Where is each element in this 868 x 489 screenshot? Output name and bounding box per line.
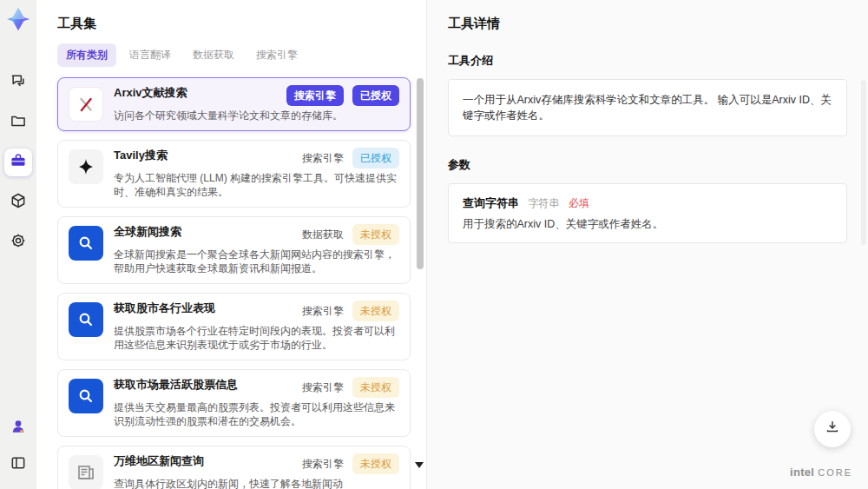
- tool-badges: 搜索引擎 未授权: [295, 453, 399, 474]
- scroll-down-arrow-icon[interactable]: [415, 462, 424, 468]
- params-heading: 参数: [448, 157, 847, 173]
- list-scrollbar-thumb[interactable]: [417, 78, 424, 269]
- tool-detail-panel: 工具详情 工具介绍 一个用于从Arxiv存储库搜索科学论文和文章的工具。 输入可…: [427, 0, 868, 489]
- tool-card-body: Tavily搜索 搜索引擎 已授权 专为人工智能代理 (LLM) 构建的搜索引擎…: [114, 148, 399, 200]
- tool-badges: 数据获取 未授权: [295, 224, 399, 245]
- tool-list: Arxiv文献搜索 搜索引擎 已授权 访问各个研究领域大量科学论文和文章的存储库…: [57, 77, 426, 489]
- parameter-description: 用于搜索的Arxiv ID、关键字或作者姓名。: [463, 217, 832, 232]
- tool-category-badge: 搜索引擎: [302, 377, 344, 398]
- parameter-name: 查询字符串: [463, 196, 519, 209]
- sidebar-item-toolbox[interactable]: [4, 149, 32, 176]
- sidebar: [0, 0, 36, 489]
- tool-category-badge: 数据获取: [302, 224, 344, 245]
- panel-toggle-icon: [10, 454, 27, 475]
- tab-search-engine[interactable]: 搜索引擎: [247, 43, 306, 67]
- intel-core-logo: intel core: [790, 466, 852, 479]
- sidebar-item-chat[interactable]: [4, 69, 32, 96]
- blue-search-icon: [69, 302, 103, 337]
- tool-category-badge: 搜索引擎: [302, 301, 344, 321]
- tool-badges: 搜索引擎 未授权: [295, 301, 399, 321]
- tool-category-badge: 搜索引擎: [302, 453, 344, 474]
- sidebar-item-settings[interactable]: [4, 228, 32, 256]
- settings-gear-icon: [10, 232, 27, 253]
- tool-description: 访问各个研究领域大量科学论文和文章的存储库。: [114, 109, 399, 123]
- arxiv-logo-icon: [69, 87, 103, 122]
- tool-card[interactable]: Tavily搜索 搜索引擎 已授权 专为人工智能代理 (LLM) 构建的搜索引擎…: [57, 140, 411, 208]
- chat-icon: [10, 72, 27, 93]
- tool-badges: 搜索引擎 已授权: [279, 85, 399, 106]
- tool-card[interactable]: 获取股市各行业表现 搜索引擎 未授权 提供股票市场各个行业在特定时间段内的表现。…: [57, 293, 411, 360]
- brand-intel-text: intel: [790, 466, 814, 479]
- page-title: 工具集: [57, 16, 426, 32]
- tool-name: Arxiv文献搜索: [114, 85, 187, 100]
- parameter-type: 字符串: [528, 197, 559, 209]
- blue-search-icon: [69, 379, 103, 413]
- blue-search-icon: [69, 226, 103, 261]
- tool-card-body: Arxiv文献搜索 搜索引擎 已授权 访问各个研究领域大量科学论文和文章的存储库…: [114, 85, 399, 123]
- sidebar-nav: [4, 69, 32, 256]
- tool-card-body: 全球新闻搜索 数据获取 未授权 全球新闻搜索是一个聚合全球各大新闻网站内容的搜索…: [114, 224, 399, 276]
- tool-category-badge: 搜索引擎: [302, 148, 344, 169]
- tool-description: 提供当天交易量最高的股票列表。投资者可以利用这些信息来识别流动性强的股票和潜在的…: [114, 400, 399, 429]
- download-icon: [824, 419, 841, 439]
- tool-card-head: Arxiv文献搜索 搜索引擎 已授权: [114, 85, 399, 106]
- intro-heading: 工具介绍: [448, 53, 847, 69]
- sidebar-item-files[interactable]: [4, 109, 32, 136]
- tool-card-head: 获取市场最活跃股票信息 搜索引擎 未授权: [114, 377, 399, 398]
- tool-card-head: 获取股市各行业表现 搜索引擎 未授权: [114, 301, 399, 321]
- toolbox-icon: [10, 152, 27, 173]
- tool-name: 获取市场最活跃股票信息: [114, 377, 238, 392]
- tool-card-body: 万维地区新闻查询 搜索引擎 未授权 查询具体行政区划内的新闻，快速了解各地新闻动: [114, 453, 399, 489]
- tool-status-badge: 已授权: [352, 85, 399, 106]
- tool-status-badge: 已授权: [352, 148, 399, 169]
- tool-card-head: 全球新闻搜索 数据获取 未授权: [114, 224, 399, 245]
- parameter-header: 查询字符串 字符串 必填: [463, 195, 832, 211]
- tool-card-body: 获取市场最活跃股票信息 搜索引擎 未授权 提供当天交易量最高的股票列表。投资者可…: [114, 377, 399, 429]
- tool-status-badge: 未授权: [352, 301, 399, 321]
- tool-badges: 搜索引擎 已授权: [295, 148, 399, 169]
- tool-status-badge: 未授权: [352, 377, 399, 398]
- tab-all-categories[interactable]: 所有类别: [57, 43, 116, 67]
- tool-name: 万维地区新闻查询: [114, 453, 204, 468]
- tool-status-badge: 未授权: [352, 224, 399, 245]
- sidebar-item-packages[interactable]: [4, 188, 32, 216]
- app-logo-icon: [5, 6, 31, 32]
- tab-language-translation[interactable]: 语言翻译: [121, 43, 180, 67]
- avatar-icon: [10, 418, 27, 439]
- tool-card-head: Tavily搜索 搜索引擎 已授权: [114, 148, 399, 169]
- tool-category-badge: 搜索引擎: [286, 85, 344, 106]
- sidebar-item-account[interactable]: [4, 414, 32, 442]
- tool-name: 获取股市各行业表现: [114, 301, 215, 315]
- folder-icon: [10, 112, 27, 133]
- tool-card[interactable]: Arxiv文献搜索 搜索引擎 已授权 访问各个研究领域大量科学论文和文章的存储库…: [57, 77, 411, 131]
- sidebar-bottom: [4, 414, 32, 479]
- detail-title: 工具详情: [448, 16, 847, 32]
- intro-text-box: 一个用于从Arxiv存储库搜索科学论文和文章的工具。 输入可以是Arxiv ID…: [448, 79, 847, 136]
- sidebar-item-collapse[interactable]: [4, 451, 32, 479]
- tool-description: 查询具体行政区划内的新闻，快速了解各地新闻动: [114, 477, 399, 489]
- brand-core-text: core: [818, 467, 852, 478]
- tool-description: 专为人工智能代理 (LLM) 构建的搜索引擎工具。可快速提供实时、准确和真实的结…: [114, 171, 399, 200]
- tool-card-body: 获取股市各行业表现 搜索引擎 未授权 提供股票市场各个行业在特定时间段内的表现。…: [114, 301, 399, 353]
- tool-card-head: 万维地区新闻查询 搜索引擎 未授权: [114, 453, 399, 474]
- tool-badges: 搜索引擎 未授权: [295, 377, 399, 398]
- app-window: 工具集 所有类别 语言翻译 数据获取 搜索引擎 Arxiv文献搜索 搜索引擎 已…: [0, 0, 868, 489]
- tool-name: Tavily搜索: [114, 148, 168, 162]
- newspaper-icon: [69, 455, 103, 489]
- package-icon: [10, 192, 27, 213]
- tool-card[interactable]: 万维地区新闻查询 搜索引擎 未授权 查询具体行政区划内的新闻，快速了解各地新闻动: [57, 446, 411, 489]
- detail-scrollbar-thumb[interactable]: [861, 80, 866, 245]
- category-tabs: 所有类别 语言翻译 数据获取 搜索引擎: [57, 43, 426, 67]
- tool-description: 全球新闻搜索是一个聚合全球各大新闻网站内容的搜索引擎，帮助用户快速获取全球最新资…: [114, 248, 399, 276]
- tab-data-fetch[interactable]: 数据获取: [184, 43, 243, 67]
- sparkle-icon: [69, 149, 103, 184]
- tool-list-panel: 工具集 所有类别 语言翻译 数据获取 搜索引擎 Arxiv文献搜索 搜索引擎 已…: [36, 0, 427, 489]
- tool-card[interactable]: 获取市场最活跃股票信息 搜索引擎 未授权 提供当天交易量最高的股票列表。投资者可…: [57, 369, 411, 437]
- parameter-box: 查询字符串 字符串 必填 用于搜索的Arxiv ID、关键字或作者姓名。: [448, 183, 847, 243]
- tool-status-badge: 未授权: [352, 453, 399, 474]
- tool-name: 全球新闻搜索: [114, 224, 181, 239]
- download-button[interactable]: [814, 411, 851, 447]
- tool-card[interactable]: 全球新闻搜索 数据获取 未授权 全球新闻搜索是一个聚合全球各大新闻网站内容的搜索…: [57, 216, 411, 284]
- parameter-required-flag: 必填: [569, 197, 589, 209]
- tool-description: 提供股票市场各个行业在特定时间段内的表现。投资者可以利用这些信息来识别表现优于或…: [114, 324, 399, 353]
